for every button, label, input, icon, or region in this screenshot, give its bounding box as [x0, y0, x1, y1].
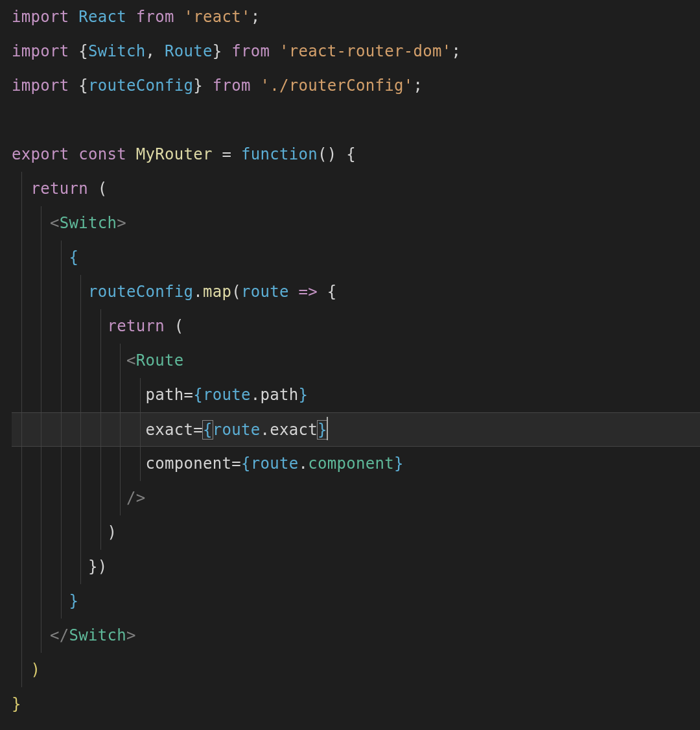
arrow: =>	[299, 283, 318, 301]
brace-open: {	[78, 42, 88, 60]
code-line[interactable]: import {Switch, Route} from 'react-route…	[12, 34, 700, 69]
brace-close: }	[12, 695, 21, 713]
code-line[interactable]: })	[12, 550, 700, 584]
dot: .	[251, 386, 261, 404]
code-line[interactable]: />	[12, 481, 700, 515]
paren-open: (	[231, 283, 241, 301]
function-name: MyRouter	[136, 145, 213, 163]
jsx-tag-route: Route	[136, 351, 184, 370]
code-line[interactable]: }	[12, 687, 700, 722]
semicolon: ;	[452, 42, 461, 60]
code-line[interactable]: </Switch>	[12, 618, 700, 653]
keyword-export: export	[12, 145, 69, 163]
code-line[interactable]: }	[12, 584, 700, 618]
code-line[interactable]: )	[12, 515, 700, 550]
dot: .	[193, 283, 203, 301]
identifier-route: route	[213, 421, 261, 439]
parens: ()	[318, 145, 337, 163]
code-line[interactable]: return (	[12, 172, 700, 206]
code-line[interactable]: routeConfig.map(route => {	[12, 275, 700, 309]
code-line-empty[interactable]	[12, 103, 700, 137]
identifier-route: Route	[165, 42, 213, 60]
brace-open: {	[78, 77, 88, 95]
code-line[interactable]: )	[12, 653, 700, 687]
angle-open-close: </	[50, 626, 69, 644]
equals: =	[222, 145, 232, 163]
brace-close: }	[193, 77, 203, 95]
brace-open: {	[193, 386, 203, 404]
keyword-import: import	[12, 8, 69, 26]
identifier-routeconfig: routeConfig	[88, 283, 193, 301]
equals: =	[231, 454, 241, 473]
identifier-react: React	[78, 8, 126, 26]
code-line[interactable]: return (	[12, 309, 700, 344]
identifier-route: route	[203, 386, 251, 404]
semicolon: ;	[414, 77, 423, 95]
equals: =	[193, 421, 203, 439]
jsx-expr-close: }	[69, 592, 79, 610]
jsx-attr-component: component	[146, 454, 232, 473]
string-literal: 'react'	[184, 8, 251, 26]
code-line[interactable]: {	[12, 241, 700, 275]
keyword-function: function	[241, 145, 318, 163]
equals: =	[184, 386, 194, 404]
keyword-import: import	[12, 77, 69, 95]
jsx-self-close: />	[126, 489, 146, 507]
semicolon: ;	[251, 8, 261, 26]
paren-close: )	[31, 661, 41, 679]
paren-open: (	[98, 180, 108, 198]
paren-open: (	[174, 317, 184, 335]
code-line[interactable]: import React from 'react';	[12, 0, 700, 34]
keyword-from: from	[136, 8, 174, 26]
identifier-switch: Switch	[88, 42, 146, 60]
brace-open: {	[346, 145, 356, 163]
method-map: map	[203, 283, 231, 301]
paren-close: )	[98, 558, 108, 576]
code-line[interactable]: <Route	[12, 344, 700, 378]
brace-close: }	[394, 454, 404, 473]
brace-close: }	[213, 42, 222, 60]
cursor	[327, 417, 328, 440]
dot: .	[261, 421, 270, 439]
keyword-from: from	[213, 77, 251, 95]
param-route: route	[241, 283, 289, 301]
jsx-attr-path: path	[146, 386, 184, 404]
brace-close: }	[88, 558, 98, 576]
string-literal: 'react-router-dom'	[279, 42, 452, 60]
code-editor[interactable]: import React from 'react'; import {Switc…	[0, 0, 700, 722]
identifier-routeconfig: routeConfig	[88, 77, 193, 95]
keyword-from: from	[231, 42, 270, 60]
keyword-import: import	[12, 42, 69, 60]
jsx-tag-switch: Switch	[60, 214, 117, 232]
jsx-expr-open: {	[69, 248, 79, 266]
comma: ,	[146, 42, 156, 60]
brace-open: {	[327, 283, 337, 301]
keyword-return: return	[108, 317, 165, 335]
code-line[interactable]: path={route.path}	[12, 378, 700, 412]
jsx-attr-exact: exact	[146, 421, 194, 439]
prop-path: path	[261, 386, 299, 404]
dot: .	[299, 454, 309, 473]
angle-open: <	[50, 214, 60, 232]
code-line-current[interactable]: exact={route.exact}	[12, 412, 700, 447]
code-line[interactable]: component={route.component}	[12, 447, 700, 481]
brace-close: }	[299, 386, 309, 404]
angle-close: >	[117, 214, 126, 232]
prop-component: component	[308, 454, 394, 473]
jsx-tag-switch: Switch	[69, 626, 127, 644]
keyword-return: return	[31, 180, 89, 198]
identifier-route: route	[251, 454, 299, 473]
angle-close: >	[126, 626, 136, 644]
keyword-const: const	[78, 145, 126, 163]
code-line[interactable]: export const MyRouter = function() {	[12, 137, 700, 172]
code-line[interactable]: <Switch>	[12, 206, 700, 241]
angle-open: <	[126, 351, 136, 370]
brace-open-matched: {	[202, 420, 213, 440]
code-line[interactable]: import {routeConfig} from './routerConfi…	[12, 69, 700, 103]
string-literal: './routerConfig'	[261, 77, 414, 95]
prop-exact: exact	[270, 421, 318, 439]
brace-open: {	[241, 454, 251, 473]
paren-close: )	[108, 523, 117, 541]
